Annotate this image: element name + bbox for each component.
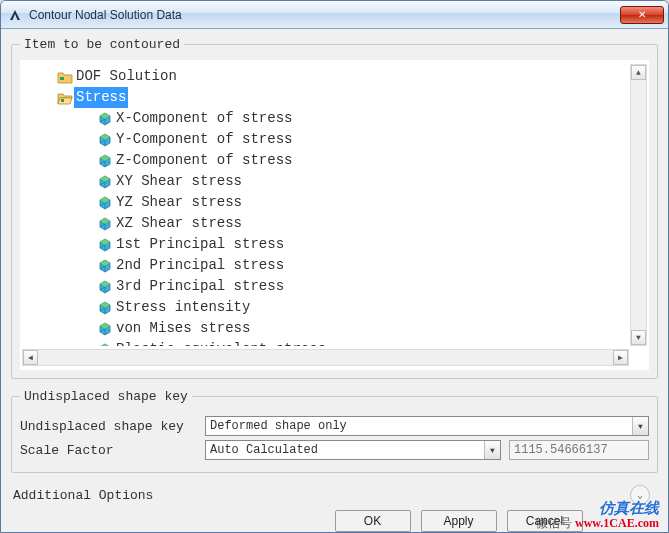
scroll-track[interactable] <box>631 80 646 330</box>
app-icon <box>7 7 23 23</box>
scroll-left-icon[interactable]: ◀ <box>23 350 38 365</box>
shape-key-select[interactable]: Deformed shape only ▼ <box>205 416 649 436</box>
item-tree[interactable]: DOF SolutionStressX-Component of stressY… <box>34 66 645 346</box>
scroll-down-icon[interactable]: ▼ <box>631 330 646 345</box>
tree-item-label: 3rd Principal stress <box>114 276 286 297</box>
result-cube-icon <box>96 322 114 336</box>
svg-rect-0 <box>60 77 64 80</box>
folder-dof-icon <box>56 70 74 84</box>
result-cube-icon <box>96 280 114 294</box>
ok-label: OK <box>364 514 381 528</box>
chevron-down-icon: ▼ <box>484 441 500 459</box>
shape-key-group: Undisplaced shape key Undisplaced shape … <box>11 389 658 473</box>
tree-item-label: Stress intensity <box>114 297 252 318</box>
tree-item-label: von Mises stress <box>114 318 252 339</box>
titlebar[interactable]: Contour Nodal Solution Data ✕ <box>1 1 668 29</box>
dialog-window: Contour Nodal Solution Data ✕ Item to be… <box>0 0 669 533</box>
horizontal-scrollbar[interactable]: ◀ ▶ <box>22 349 629 366</box>
tree-item[interactable]: XY Shear stress <box>34 171 645 192</box>
result-cube-icon <box>96 217 114 231</box>
close-icon: ✕ <box>638 9 646 20</box>
tree-item-label: XZ Shear stress <box>114 213 244 234</box>
result-cube-icon <box>96 196 114 210</box>
button-bar: OK Apply Cancel <box>11 505 658 532</box>
chevron-down-icon: ▼ <box>632 417 648 435</box>
tree-item[interactable]: Plastic equivalent stress <box>34 339 645 346</box>
result-cube-icon <box>96 154 114 168</box>
tree-item-label: 2nd Principal stress <box>114 255 286 276</box>
folder-open-icon <box>56 91 74 105</box>
contour-legend: Item to be contoured <box>20 37 184 52</box>
scroll-track-h[interactable] <box>38 350 613 365</box>
vertical-scrollbar[interactable]: ▲ ▼ <box>630 64 647 346</box>
contour-group: Item to be contoured DOF SolutionStressX… <box>11 37 658 379</box>
tree-item-label: 1st Principal stress <box>114 234 286 255</box>
window-title: Contour Nodal Solution Data <box>29 8 620 22</box>
cancel-button[interactable]: Cancel <box>507 510 583 532</box>
ok-button[interactable]: OK <box>335 510 411 532</box>
additional-options-label: Additional Options <box>13 488 153 503</box>
additional-options-row[interactable]: Additional Options ⌄ <box>11 483 658 505</box>
tree-item-label: Z-Component of stress <box>114 150 294 171</box>
tree-item-label: DOF Solution <box>74 66 179 87</box>
tree-item-label: X-Component of stress <box>114 108 294 129</box>
dialog-content: Item to be contoured DOF SolutionStressX… <box>1 29 668 532</box>
scroll-right-icon[interactable]: ▶ <box>613 350 628 365</box>
scale-factor-value: Auto Calculated <box>206 443 484 457</box>
tree-item[interactable]: Stress <box>34 87 645 108</box>
tree-item-label: Stress <box>74 87 128 108</box>
scroll-up-icon[interactable]: ▲ <box>631 65 646 80</box>
shape-key-value: Deformed shape only <box>206 419 632 433</box>
result-cube-icon <box>96 133 114 147</box>
tree-item-label: Plastic equivalent stress <box>114 339 328 346</box>
tree-item[interactable]: Stress intensity <box>34 297 645 318</box>
tree-item[interactable]: X-Component of stress <box>34 108 645 129</box>
scale-factor-row: Scale Factor Auto Calculated ▼ 1115.5466… <box>20 440 649 460</box>
scale-factor-number: 1115.54666137 <box>509 440 649 460</box>
result-cube-icon <box>96 301 114 315</box>
shape-key-row: Undisplaced shape key Deformed shape onl… <box>20 416 649 436</box>
tree-item[interactable]: DOF Solution <box>34 66 645 87</box>
tree-item[interactable]: von Mises stress <box>34 318 645 339</box>
scale-factor-select[interactable]: Auto Calculated ▼ <box>205 440 501 460</box>
scale-factor-label: Scale Factor <box>20 443 205 458</box>
tree-item[interactable]: Z-Component of stress <box>34 150 645 171</box>
tree-item[interactable]: 3rd Principal stress <box>34 276 645 297</box>
svg-rect-1 <box>61 99 64 102</box>
close-button[interactable]: ✕ <box>620 6 664 24</box>
shape-key-label: Undisplaced shape key <box>20 419 205 434</box>
tree-item-label: Y-Component of stress <box>114 129 294 150</box>
tree-item-label: XY Shear stress <box>114 171 244 192</box>
cancel-label: Cancel <box>526 514 563 528</box>
tree-item[interactable]: Y-Component of stress <box>34 129 645 150</box>
apply-button[interactable]: Apply <box>421 510 497 532</box>
result-cube-icon <box>96 238 114 252</box>
result-cube-icon <box>96 343 114 347</box>
result-cube-icon <box>96 259 114 273</box>
scale-factor-number-value: 1115.54666137 <box>514 443 608 457</box>
expand-icon[interactable]: ⌄ <box>630 485 650 505</box>
tree-item[interactable]: 1st Principal stress <box>34 234 645 255</box>
tree-item[interactable]: 2nd Principal stress <box>34 255 645 276</box>
tree-item[interactable]: XZ Shear stress <box>34 213 645 234</box>
apply-label: Apply <box>443 514 473 528</box>
tree-container: DOF SolutionStressX-Component of stressY… <box>20 60 649 370</box>
result-cube-icon <box>96 112 114 126</box>
shape-key-legend: Undisplaced shape key <box>20 389 192 404</box>
tree-item-label: YZ Shear stress <box>114 192 244 213</box>
tree-item[interactable]: YZ Shear stress <box>34 192 645 213</box>
result-cube-icon <box>96 175 114 189</box>
